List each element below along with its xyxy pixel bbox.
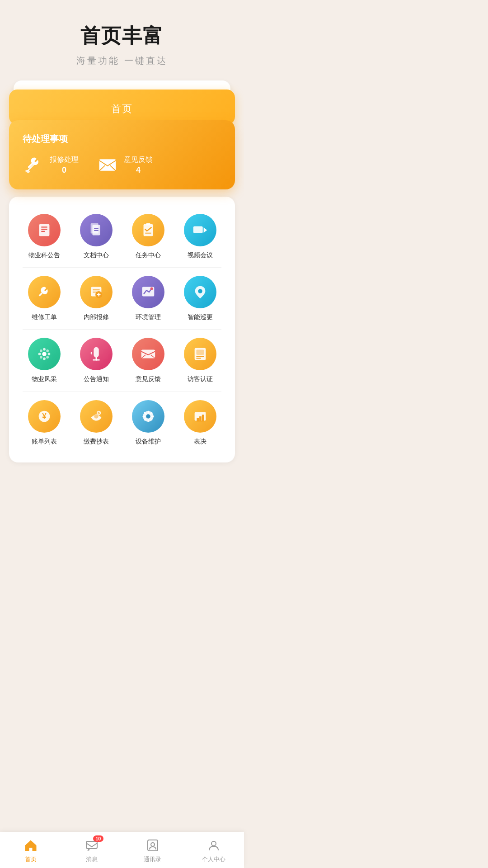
icon-row-4: ¥ 账单列表 $ 缴费抄表 设备维护	[14, 392, 230, 453]
menu-item-repair-order[interactable]: 维修工单	[18, 268, 70, 329]
patrol-label: 智能巡更	[188, 313, 213, 321]
menu-item-internal-repair[interactable]: 内部报修	[70, 268, 122, 329]
menu-item-visitor[interactable]: 访客认证	[174, 330, 226, 391]
home-tab-card[interactable]: 首页	[9, 90, 235, 125]
internal-repair-icon	[80, 276, 113, 308]
menu-item-device[interactable]: 设备维护	[122, 392, 174, 453]
envelope-icon	[97, 154, 118, 176]
pending-title: 待处理事项	[23, 133, 221, 145]
card-stack: 首页 待处理事项 报修处理 0	[9, 80, 235, 189]
meter-icon: $	[80, 400, 113, 433]
visitor-label: 访客认证	[188, 375, 213, 383]
vote-icon	[184, 400, 216, 433]
header-subtitle: 海量功能 一键直达	[18, 55, 226, 67]
vote-label: 表决	[194, 437, 206, 445]
svg-point-33	[40, 356, 42, 359]
pending-info-feedback: 意见反馈 4	[124, 155, 153, 175]
notice-label: 物业科公告	[28, 251, 60, 259]
video-icon	[184, 214, 216, 246]
feedback2-label: 意见反馈	[136, 375, 161, 383]
header: 首页丰富 海量功能 一键直达	[0, 0, 244, 80]
docs-icon	[80, 214, 113, 246]
feedback2-icon	[132, 338, 164, 370]
env-icon	[132, 276, 164, 308]
menu-item-vote[interactable]: 表决	[174, 392, 226, 453]
wrench-icon	[23, 154, 44, 176]
svg-point-24	[198, 289, 202, 294]
svg-point-23	[150, 288, 153, 290]
svg-rect-41	[196, 350, 204, 355]
svg-point-29	[47, 353, 50, 356]
pending-info-repair: 报修处理 0	[50, 155, 79, 175]
pending-item-repair[interactable]: 报修处理 0	[23, 154, 79, 176]
menu-item-docs[interactable]: 文档中心	[70, 206, 122, 267]
menu-item-meter[interactable]: $ 缴费抄表	[70, 392, 122, 453]
icon-row-2: 维修工单 内部报修 环境管理 智能巡更	[14, 268, 230, 329]
style-label: 物业风采	[32, 375, 57, 383]
bill-icon: ¥	[28, 400, 61, 433]
repair-count: 0	[62, 165, 66, 175]
env-label: 环境管理	[136, 313, 161, 321]
device-label: 设备维护	[136, 437, 161, 445]
repair-label: 报修处理	[50, 155, 79, 165]
repair-order-icon	[28, 276, 61, 308]
icon-row-1: 物业科公告 文档中心 任务中心 视频会议	[14, 206, 230, 267]
announcement-icon	[80, 338, 113, 370]
svg-point-27	[43, 358, 46, 360]
style-icon	[28, 338, 61, 370]
svg-text:¥: ¥	[42, 411, 47, 420]
svg-rect-52	[197, 418, 199, 421]
menu-item-task[interactable]: 任务中心	[122, 206, 174, 267]
menu-item-announcement[interactable]: 公告通知	[70, 330, 122, 391]
svg-point-28	[38, 353, 41, 356]
svg-rect-54	[202, 415, 204, 421]
task-icon	[132, 214, 164, 246]
announcement-label: 公告通知	[84, 375, 109, 383]
menu-item-bill[interactable]: ¥ 账单列表	[18, 392, 70, 453]
svg-rect-13	[146, 223, 150, 226]
video-label: 视频会议	[188, 251, 213, 259]
pending-card: 待处理事项 报修处理 0	[9, 120, 235, 189]
svg-point-30	[40, 349, 42, 352]
svg-point-26	[43, 348, 46, 351]
menu-item-video[interactable]: 视频会议	[174, 206, 226, 267]
menu-item-feedback2[interactable]: 意见反馈	[122, 330, 174, 391]
home-tab-label: 首页	[111, 103, 133, 114]
svg-rect-3	[39, 224, 49, 236]
feedback-count: 4	[136, 165, 141, 175]
menu-item-notice[interactable]: 物业科公告	[18, 206, 70, 267]
menu-item-style[interactable]: 物业风采	[18, 330, 70, 391]
feedback-label: 意见反馈	[124, 155, 153, 165]
page-wrapper: 首页丰富 海量功能 一键直达 首页 待处理事项	[0, 0, 244, 499]
svg-point-32	[46, 349, 49, 352]
svg-point-50	[146, 414, 150, 419]
svg-point-31	[46, 356, 49, 359]
pending-item-feedback[interactable]: 意见反馈 4	[97, 154, 153, 176]
svg-point-25	[42, 352, 47, 357]
internal-repair-label: 内部报修	[84, 313, 109, 321]
svg-marker-15	[203, 227, 207, 232]
menu-item-env[interactable]: 环境管理	[122, 268, 174, 329]
svg-rect-0	[99, 159, 116, 171]
notice-icon	[28, 214, 61, 246]
visitor-icon	[184, 338, 216, 370]
pending-items: 报修处理 0 意见反馈	[23, 154, 221, 176]
svg-rect-53	[199, 416, 202, 421]
meter-label: 缴费抄表	[84, 437, 109, 445]
svg-rect-14	[193, 226, 202, 233]
menu-item-patrol[interactable]: 智能巡更	[174, 268, 226, 329]
device-icon	[132, 400, 164, 433]
patrol-icon	[184, 276, 216, 308]
repair-order-label: 维修工单	[32, 313, 57, 321]
icon-row-3: 物业风采 公告通知 意见反馈 访客认证	[14, 330, 230, 391]
main-card: 物业科公告 文档中心 任务中心 视频会议	[9, 197, 235, 462]
bill-label: 账单列表	[32, 437, 57, 445]
page-title: 首页丰富	[18, 23, 226, 49]
docs-label: 文档中心	[84, 251, 109, 259]
task-label: 任务中心	[136, 251, 161, 259]
